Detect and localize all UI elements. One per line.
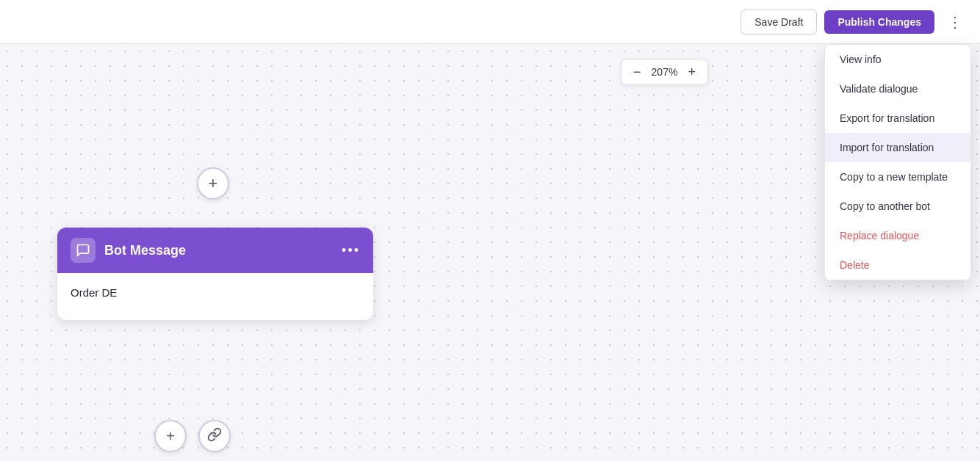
dropdown-item-4[interactable]: Copy to a new template: [825, 162, 970, 192]
dropdown-menu: View infoValidate dialogueExport for tra…: [824, 44, 971, 280]
dropdown-item-7[interactable]: Delete: [825, 250, 970, 280]
link-icon: [207, 427, 222, 446]
header-bar: Save Draft Publish Changes ⋮: [0, 0, 980, 44]
plus-icon: +: [209, 174, 218, 193]
bottom-actions: +: [154, 420, 231, 452]
dropdown-item-5[interactable]: Copy to another bot: [825, 192, 970, 221]
zoom-controls: − 207% +: [621, 59, 708, 85]
bot-card-title: Bot Message: [104, 243, 186, 258]
add-node-button[interactable]: +: [197, 167, 229, 200]
link-button[interactable]: [198, 420, 231, 452]
add-step-button[interactable]: +: [154, 420, 187, 452]
bot-message-text: Order DE: [71, 286, 117, 299]
save-draft-button[interactable]: Save Draft: [741, 10, 817, 35]
bot-card-title-group: Bot Message: [71, 238, 186, 263]
dropdown-item-3[interactable]: Import for translation: [825, 133, 970, 162]
bot-card-menu-icon[interactable]: •••: [342, 243, 360, 258]
dropdown-item-0[interactable]: View info: [825, 45, 970, 74]
more-options-button[interactable]: ⋮: [942, 10, 968, 34]
zoom-level: 207%: [649, 66, 679, 78]
add-step-icon: +: [166, 428, 175, 445]
bot-message-card: Bot Message ••• Order DE: [57, 228, 373, 320]
bot-card-body: Order DE: [57, 273, 373, 320]
dropdown-item-1[interactable]: Validate dialogue: [825, 74, 970, 104]
zoom-in-button[interactable]: +: [688, 65, 696, 79]
bot-icon: [71, 238, 96, 263]
more-icon: ⋮: [948, 13, 962, 31]
dropdown-item-2[interactable]: Export for translation: [825, 104, 970, 133]
dropdown-item-6[interactable]: Replace dialogue: [825, 221, 970, 250]
bot-card-header: Bot Message •••: [57, 228, 373, 273]
zoom-out-button[interactable]: −: [633, 65, 641, 79]
publish-changes-button[interactable]: Publish Changes: [824, 10, 934, 34]
